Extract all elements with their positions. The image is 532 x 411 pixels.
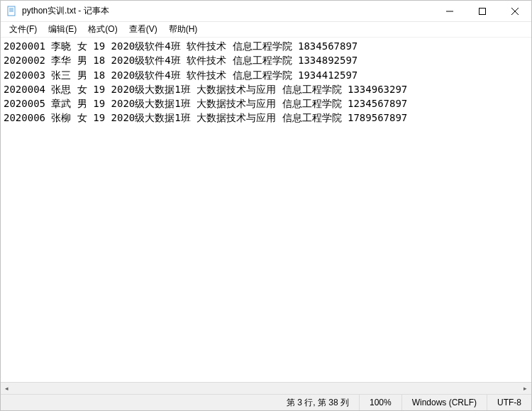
status-encoding: UTF-8 xyxy=(487,395,531,410)
status-position: 第 3 行, 第 38 列 xyxy=(277,395,359,410)
menubar: 文件(F) 编辑(E) 格式(O) 查看(V) 帮助(H) xyxy=(1,22,531,38)
menu-edit[interactable]: 编辑(E) xyxy=(43,22,82,37)
status-zoom: 100% xyxy=(359,395,401,410)
menu-view[interactable]: 查看(V) xyxy=(123,22,163,37)
close-button[interactable] xyxy=(499,1,531,21)
statusbar: 第 3 行, 第 38 列 100% Windows (CRLF) UTF-8 xyxy=(1,394,531,410)
text-area[interactable]: 2020001 李晓 女 19 2020级软件4班 软件技术 信息工程学院 18… xyxy=(1,38,531,382)
scroll-track[interactable] xyxy=(13,383,519,394)
scroll-left-icon[interactable]: ◂ xyxy=(1,383,13,395)
notepad-icon xyxy=(6,6,18,17)
window-title: python实训.txt - 记事本 xyxy=(22,5,433,17)
svg-rect-5 xyxy=(480,8,486,14)
horizontal-scrollbar[interactable]: ◂ ▸ xyxy=(1,382,531,394)
titlebar: python实训.txt - 记事本 xyxy=(1,1,531,22)
menu-format[interactable]: 格式(O) xyxy=(82,22,123,37)
window-controls xyxy=(433,1,531,21)
menu-help[interactable]: 帮助(H) xyxy=(163,22,204,37)
maximize-button[interactable] xyxy=(466,1,499,21)
scroll-right-icon[interactable]: ▸ xyxy=(519,383,531,395)
status-line-ending: Windows (CRLF) xyxy=(401,395,487,410)
minimize-button[interactable] xyxy=(433,1,466,21)
menu-file[interactable]: 文件(F) xyxy=(4,22,43,37)
